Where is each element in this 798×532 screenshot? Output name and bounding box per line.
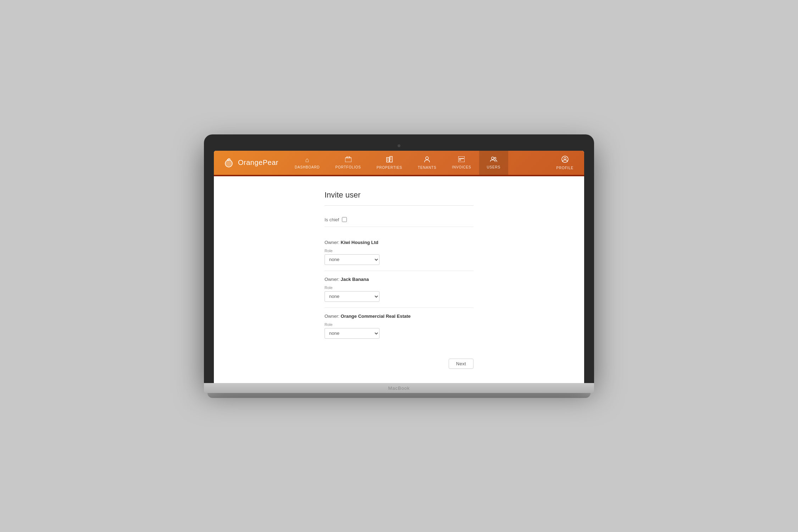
svg-point-13 (491, 157, 494, 159)
invoices-icon (458, 156, 465, 164)
svg-rect-8 (390, 159, 391, 160)
owner-section-1: Owner: Kiwi Housing LtdRolenoneadminview… (325, 234, 473, 271)
nav-item-properties[interactable]: PROPERTIES (369, 151, 410, 175)
svg-rect-1 (345, 158, 351, 162)
owner-label-1: Owner: Kiwi Housing Ltd (325, 240, 473, 245)
svg-rect-7 (390, 157, 391, 158)
nav-item-label-dashboard: DASHBOARD (295, 165, 320, 169)
nav-item-portfolios[interactable]: PORTFOLIOS (328, 151, 369, 175)
owner-section-2: Owner: Jack BananaRolenoneadminvieweredi… (325, 271, 473, 308)
svg-point-16 (564, 157, 566, 160)
nav-item-label-portfolios: PORTFOLIOS (336, 165, 361, 169)
svg-rect-2 (347, 156, 350, 158)
nav-item-profile[interactable]: PROFILE (546, 151, 584, 175)
nav-item-label-properties: PROPERTIES (377, 166, 402, 170)
properties-icon (386, 156, 393, 164)
nav-logo[interactable]: OrangePear (214, 156, 287, 169)
svg-point-14 (494, 157, 496, 159)
main-content: Invite user Is chief Owner: Kiwi Housing… (214, 176, 584, 383)
is-chief-row: Is chief (325, 217, 473, 222)
laptop-screen: OrangePear ⌂ DASHBOARD (214, 151, 584, 383)
svg-rect-6 (387, 160, 388, 161)
laptop-base (204, 383, 594, 393)
users-icon (490, 156, 497, 164)
role-select-2[interactable]: noneadminviewereditor (325, 291, 379, 302)
is-chief-checkbox[interactable] (342, 217, 347, 222)
logo-text: OrangePear (238, 159, 278, 167)
role-label-1: Role (325, 249, 473, 253)
portfolios-icon (345, 156, 351, 164)
next-button[interactable]: Next (449, 359, 473, 369)
laptop-frame: OrangePear ⌂ DASHBOARD (204, 134, 594, 383)
nav-item-label-invoices: INVOICES (452, 165, 471, 169)
nav-item-invoices[interactable]: INVOICES (444, 151, 479, 175)
nav-item-label-users: USERS (487, 165, 500, 169)
nav-item-label-profile: PROFILE (556, 166, 573, 170)
owners-container: Owner: Kiwi Housing LtdRolenoneadminview… (325, 234, 473, 344)
svg-rect-12 (459, 160, 461, 160)
role-select-3[interactable]: noneadminviewereditor (325, 328, 379, 339)
nav-items-container: ⌂ DASHBOARD PORTFOLIOS (287, 151, 546, 175)
button-row: Next (325, 355, 473, 369)
laptop-bottom (207, 393, 591, 398)
svg-point-9 (426, 157, 428, 160)
main-nav: OrangePear ⌂ DASHBOARD (214, 151, 584, 175)
laptop-camera (398, 144, 400, 147)
form-title: Invite user (325, 190, 473, 206)
laptop-container: OrangePear ⌂ DASHBOARD (204, 134, 594, 398)
role-label-2: Role (325, 286, 473, 290)
dashboard-icon: ⌂ (305, 156, 309, 164)
profile-icon (561, 156, 569, 165)
role-select-1[interactable]: noneadminviewereditor (325, 254, 379, 265)
svg-rect-5 (387, 159, 388, 159)
nav-item-users[interactable]: USERS (479, 151, 508, 175)
svg-rect-3 (387, 157, 389, 162)
svg-point-0 (225, 160, 232, 167)
owner-section-3: Owner: Orange Commercial Real EstateRole… (325, 308, 473, 344)
role-label-3: Role (325, 322, 473, 327)
owner-label-2: Owner: Jack Banana (325, 277, 473, 282)
logo-icon (222, 156, 235, 169)
app-container: OrangePear ⌂ DASHBOARD (214, 151, 584, 383)
is-chief-label: Is chief (325, 217, 339, 222)
nav-item-tenants[interactable]: TENANTS (410, 151, 444, 175)
is-chief-section: Is chief (325, 213, 473, 227)
form-card: Invite user Is chief Owner: Kiwi Housing… (325, 190, 473, 369)
tenants-icon (424, 156, 430, 164)
svg-point-15 (562, 156, 568, 162)
svg-rect-10 (458, 156, 465, 162)
owner-label-3: Owner: Orange Commercial Real Estate (325, 314, 473, 319)
nav-item-dashboard[interactable]: ⌂ DASHBOARD (287, 151, 328, 175)
nav-item-label-tenants: TENANTS (418, 166, 436, 170)
svg-rect-11 (459, 158, 464, 159)
